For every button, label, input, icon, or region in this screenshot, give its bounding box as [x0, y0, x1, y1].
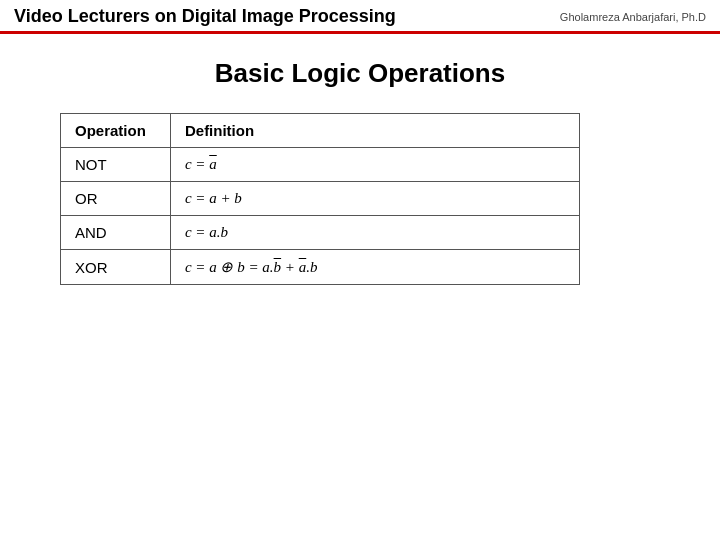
main-content: Basic Logic Operations Operation Definit…: [0, 34, 720, 305]
col-header-operation: Operation: [61, 114, 171, 148]
definition-cell: c = a.b: [170, 216, 579, 250]
definition-cell: c = a: [170, 148, 579, 182]
operation-cell: XOR: [61, 250, 171, 285]
table-row: ORc = a + b: [61, 182, 580, 216]
logic-operations-table: Operation Definition NOTc = aORc = a + b…: [60, 113, 580, 285]
definition-cell: c = a ⊕ b = a.b + a.b: [170, 250, 579, 285]
page-header: Video Lecturers on Digital Image Process…: [0, 0, 720, 34]
table-row: ANDc = a.b: [61, 216, 580, 250]
operation-cell: OR: [61, 182, 171, 216]
table-row: XORc = a ⊕ b = a.b + a.b: [61, 250, 580, 285]
operation-cell: NOT: [61, 148, 171, 182]
table-header-row: Operation Definition: [61, 114, 580, 148]
table-body: NOTc = aORc = a + bANDc = a.bXORc = a ⊕ …: [61, 148, 580, 285]
page-title: Basic Logic Operations: [60, 58, 660, 89]
col-header-definition: Definition: [170, 114, 579, 148]
table-row: NOTc = a: [61, 148, 580, 182]
definition-cell: c = a + b: [170, 182, 579, 216]
header-author: Gholamreza Anbarjafari, Ph.D: [560, 11, 706, 23]
header-title: Video Lecturers on Digital Image Process…: [14, 6, 396, 27]
operation-cell: AND: [61, 216, 171, 250]
